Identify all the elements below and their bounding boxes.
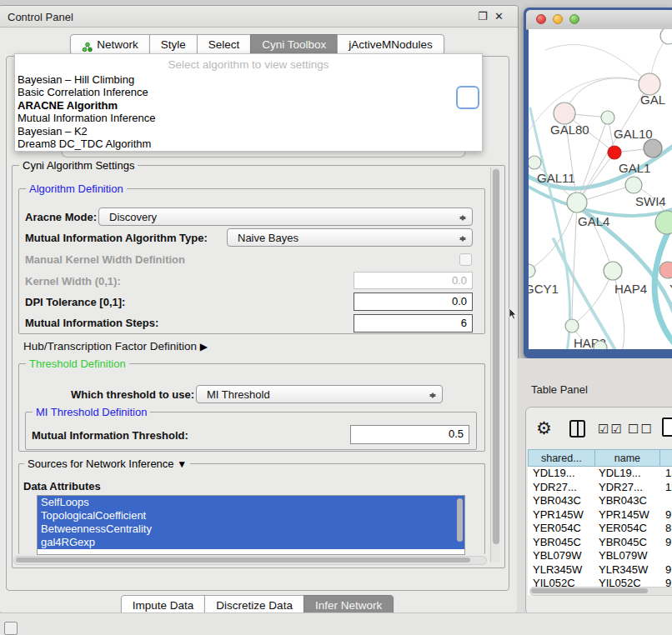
columns-icon[interactable] bbox=[569, 420, 585, 438]
network-edge bbox=[529, 202, 577, 271]
network-node-y[interactable] bbox=[659, 262, 672, 278]
horizontal-scrollbar[interactable] bbox=[13, 556, 487, 565]
network-node-hap4[interactable] bbox=[604, 262, 622, 280]
node-label: GAL4 bbox=[578, 214, 609, 228]
table-row[interactable]: YER054CYER054C8. bbox=[528, 522, 672, 536]
algorithm-dropdown-list: Select algorithm to view settings Bayesi… bbox=[14, 53, 483, 152]
close-traffic-light-icon[interactable] bbox=[536, 14, 546, 24]
mi-threshold-field[interactable]: 0.5 bbox=[350, 425, 469, 444]
attribute-item[interactable]: gal4RGexp bbox=[38, 536, 464, 549]
network-node-gal4[interactable] bbox=[567, 192, 587, 212]
attribute-item[interactable]: SelfLoops bbox=[38, 496, 464, 509]
group-title: MI Threshold Definition bbox=[33, 406, 150, 418]
node-label: GAL1 bbox=[619, 161, 650, 175]
network-node-swi4[interactable] bbox=[625, 177, 642, 193]
table-cell: YLR345W bbox=[528, 563, 595, 578]
manual-kernel-label: Manual Kernel Width Definition bbox=[25, 253, 185, 266]
algorithm-option[interactable]: Bayesian – Hill Climbing bbox=[15, 73, 482, 86]
aracne-mode-value: Discovery bbox=[109, 211, 157, 223]
table-cell: 9. bbox=[662, 563, 672, 578]
close-icon[interactable]: ✕ bbox=[494, 10, 504, 22]
table-row[interactable]: YLR345WYLR345W9. bbox=[528, 563, 672, 578]
mi-steps-label: Mutual Information Steps: bbox=[25, 317, 158, 329]
network-edge bbox=[572, 202, 577, 326]
corner-widget-icon[interactable] bbox=[4, 622, 18, 635]
tab-style[interactable]: Style bbox=[149, 34, 198, 55]
hub-definition-expander[interactable]: Hub/Transcription Factor Definition ▶ bbox=[23, 340, 208, 352]
group-title: Threshold Definition bbox=[26, 358, 129, 370]
settings-gear-icon[interactable]: ⚙ bbox=[536, 418, 552, 438]
tab-label: Network bbox=[97, 35, 138, 54]
hub-definition-label: Hub/Transcription Factor Definition bbox=[23, 340, 197, 352]
network-node[interactable] bbox=[644, 139, 662, 158]
collapse-down-icon: ▼ bbox=[177, 458, 187, 470]
algorithm-option[interactable]: Dream8 DC_TDC Algorithm bbox=[15, 138, 482, 150]
table-toolbar: ⚙ ☑☑ ☐☐ bbox=[526, 416, 672, 444]
tab-jactivemnodules[interactable]: jActiveMNodules bbox=[337, 34, 444, 55]
tab-label: Cyni Toolbox bbox=[262, 35, 326, 54]
tab-label: jActiveMNodules bbox=[349, 35, 433, 54]
column-header[interactable]: name bbox=[594, 449, 661, 467]
network-node-gal10[interactable] bbox=[601, 111, 614, 124]
stepper-arrows-icon bbox=[459, 211, 466, 224]
network-icon bbox=[82, 39, 93, 50]
sources-title[interactable]: Sources for Network Inference ▼ bbox=[24, 458, 190, 470]
algorithm-option[interactable]: Mutual Information Inference bbox=[15, 112, 482, 124]
control-panel-window: Control Panel ❐ ✕ NetworkStyleSelectCyni… bbox=[0, 5, 519, 613]
network-node-gal1[interactable] bbox=[608, 146, 621, 159]
tab-select[interactable]: Select bbox=[197, 34, 252, 55]
tab-cyni-toolbox[interactable]: Cyni Toolbox bbox=[250, 34, 338, 55]
table-row[interactable]: YBL079WYBL079W bbox=[528, 549, 672, 563]
column-header[interactable]: A bbox=[659, 449, 672, 467]
table-row[interactable]: YBR045CYBR045C9. bbox=[528, 536, 672, 550]
select-all-checkboxes-icon[interactable]: ☑☑ bbox=[598, 422, 624, 437]
dpi-tolerance-field[interactable]: 0.0 bbox=[354, 292, 473, 311]
data-attributes-list[interactable]: SelfLoopsTopologicalCoefficientBetweenne… bbox=[37, 495, 465, 555]
table-cell: YER054C bbox=[528, 522, 595, 536]
column-header[interactable]: shared... bbox=[528, 449, 595, 467]
network-node-hap2[interactable] bbox=[565, 319, 579, 332]
which-threshold-select[interactable]: MI Threshold bbox=[196, 385, 443, 403]
list-scrollbar-thumb[interactable] bbox=[457, 498, 463, 542]
mi-type-value: Naive Bayes bbox=[238, 232, 298, 244]
table-row[interactable]: YPR145WYPR145W9. bbox=[528, 508, 672, 522]
zoom-traffic-light-icon[interactable] bbox=[569, 14, 579, 24]
tab-network[interactable]: Network bbox=[70, 34, 150, 55]
algorithm-option[interactable]: ARACNE Algorithm bbox=[15, 99, 482, 112]
node-table: shared...nameA YDL19...YDL19...13YDR27..… bbox=[528, 449, 672, 595]
table-cell: 9. bbox=[662, 536, 672, 550]
table-horizontal-scrollbar-thumb[interactable] bbox=[531, 588, 648, 593]
network-window-titlebar[interactable] bbox=[526, 10, 672, 30]
network-node-gal11[interactable] bbox=[529, 156, 541, 169]
mi-type-label: Mutual Information Algorithm Type: bbox=[25, 232, 208, 244]
kernel-width-label: Kernel Width (0,1): bbox=[25, 275, 121, 288]
table-horizontal-scrollbar[interactable] bbox=[529, 587, 672, 596]
tab-label: Style bbox=[161, 35, 186, 54]
algorithm-option[interactable]: Bayesian – K2 bbox=[15, 125, 482, 138]
mi-steps-field[interactable]: 6 bbox=[354, 314, 473, 332]
group-title: Algorithm Definition bbox=[26, 182, 127, 195]
table-row[interactable]: YDR27...YDR27...12 bbox=[528, 481, 672, 495]
minimize-traffic-light-icon[interactable] bbox=[553, 14, 563, 24]
network-node[interactable] bbox=[660, 29, 672, 44]
aracne-mode-label: Aracne Mode: bbox=[25, 211, 97, 223]
horizontal-scrollbar-thumb[interactable] bbox=[16, 558, 470, 562]
algorithm-option[interactable]: Basic Correlation Inference bbox=[15, 86, 482, 98]
network-node[interactable] bbox=[594, 341, 607, 349]
table-row[interactable]: YDL19...YDL19...13 bbox=[528, 467, 672, 481]
table-row[interactable]: YBR043CYBR043C bbox=[528, 494, 672, 508]
aracne-mode-select[interactable]: Discovery bbox=[98, 208, 473, 226]
network-node-gal80[interactable] bbox=[554, 102, 575, 124]
table-cell: 9. bbox=[662, 508, 672, 522]
mi-algorithm-type-select[interactable]: Naive Bayes bbox=[227, 228, 473, 247]
float-icon[interactable]: ❐ bbox=[478, 10, 488, 22]
deselect-all-checkboxes-icon[interactable]: ☐☐ bbox=[628, 422, 654, 437]
vertical-scrollbar-thumb[interactable] bbox=[493, 169, 499, 544]
attribute-item[interactable]: TopologicalCoefficient bbox=[38, 509, 464, 522]
network-canvas[interactable]: GALGAL80GAL10GAL1GAL11SWI4GAL4GCY1HAP4YH… bbox=[529, 29, 672, 349]
attribute-item[interactable]: BetweennessCentrality bbox=[38, 522, 464, 536]
network-view-window: GALGAL80GAL10GAL1GAL11SWI4GAL4GCY1HAP4YH… bbox=[524, 8, 672, 358]
vertical-scrollbar[interactable] bbox=[490, 168, 500, 562]
panel-title: Control Panel bbox=[8, 11, 73, 23]
export-table-icon[interactable] bbox=[662, 418, 672, 437]
